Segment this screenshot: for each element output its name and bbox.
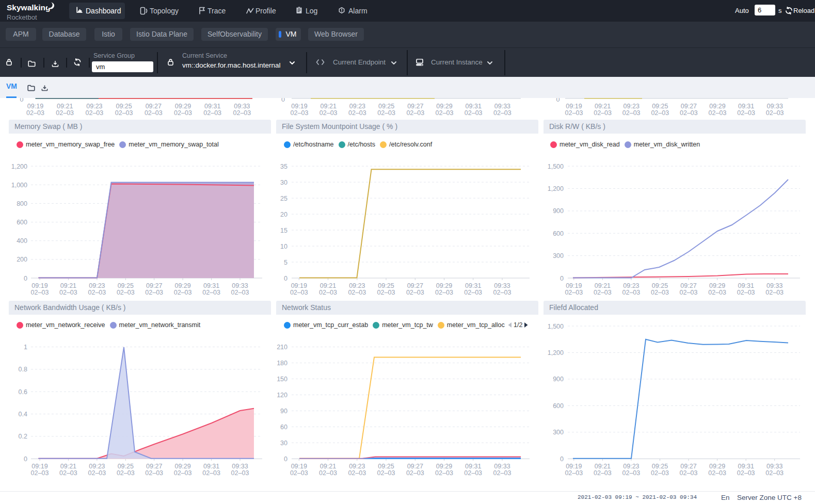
svg-text:02–03: 02–03 (708, 469, 726, 477)
svg-text:210: 210 (277, 344, 287, 351)
svg-text:09:31: 09:31 (466, 103, 482, 110)
svg-text:09:31: 09:31 (465, 282, 481, 289)
svg-text:09:33: 09:33 (494, 103, 510, 110)
svg-text:09:29: 09:29 (436, 282, 452, 289)
svg-text:09:27: 09:27 (407, 282, 423, 289)
svg-text:30: 30 (280, 440, 287, 447)
svg-text:600: 600 (17, 219, 27, 226)
svg-text:02–03: 02–03 (465, 109, 483, 117)
svg-text:09:25: 09:25 (118, 463, 134, 470)
svg-text:02–03: 02–03 (464, 469, 482, 477)
svg-text:02–03: 02–03 (435, 469, 453, 477)
svg-text:0: 0 (560, 456, 564, 463)
svg-text:02–03: 02–03 (202, 289, 220, 296)
svg-text:0: 0 (560, 275, 564, 282)
svg-text:09:23: 09:23 (89, 282, 105, 289)
svg-text:09:31: 09:31 (738, 282, 754, 289)
svg-text:02–03: 02–03 (680, 469, 698, 477)
svg-text:02–03: 02–03 (651, 469, 669, 477)
svg-text:02–03: 02–03 (406, 469, 424, 477)
svg-text:02–03: 02–03 (290, 469, 308, 477)
svg-text:09:19: 09:19 (566, 463, 582, 470)
svg-text:02–03: 02–03 (436, 109, 454, 117)
svg-text:02–03: 02–03 (737, 289, 755, 296)
svg-text:02–03: 02–03 (594, 109, 612, 117)
svg-text:09:27: 09:27 (680, 282, 696, 289)
svg-text:09:31: 09:31 (204, 103, 220, 110)
svg-text:09:27: 09:27 (407, 103, 423, 110)
svg-text:180: 180 (277, 360, 287, 367)
svg-text:09:19: 09:19 (566, 103, 582, 110)
svg-text:02–03: 02–03 (651, 289, 669, 296)
svg-text:09:19: 09:19 (291, 463, 307, 470)
svg-text:09:29: 09:29 (174, 463, 190, 470)
svg-text:09:21: 09:21 (57, 103, 73, 110)
svg-text:09:25: 09:25 (652, 103, 668, 110)
svg-text:0: 0 (284, 456, 287, 463)
svg-text:09:31: 09:31 (738, 463, 754, 470)
svg-text:02–03: 02–03 (291, 109, 309, 117)
svg-text:02–03: 02–03 (493, 289, 512, 296)
svg-text:02–03: 02–03 (231, 289, 249, 296)
svg-text:09:33: 09:33 (494, 282, 510, 289)
svg-text:09:23: 09:23 (86, 103, 102, 110)
svg-text:02–03: 02–03 (622, 289, 641, 296)
svg-text:200: 200 (17, 256, 27, 263)
svg-text:09:33: 09:33 (234, 103, 250, 110)
svg-text:02–03: 02–03 (31, 469, 49, 477)
svg-text:09:25: 09:25 (116, 103, 132, 110)
svg-text:02–03: 02–03 (406, 289, 424, 296)
svg-text:09:27: 09:27 (681, 103, 697, 110)
svg-text:02–03: 02–03 (493, 109, 512, 117)
svg-text:02–03: 02–03 (174, 469, 192, 477)
svg-text:02–03: 02–03 (117, 289, 135, 296)
svg-text:09:23: 09:23 (623, 282, 639, 289)
svg-text:02–03: 02–03 (203, 109, 221, 117)
svg-text:02–03: 02–03 (26, 109, 44, 117)
svg-text:09:31: 09:31 (465, 463, 481, 470)
svg-text:09:19: 09:19 (566, 282, 582, 289)
svg-text:02–03: 02–03 (709, 109, 727, 117)
svg-text:09:21: 09:21 (320, 463, 336, 470)
svg-text:02–03: 02–03 (174, 289, 192, 296)
svg-text:09:33: 09:33 (494, 463, 510, 470)
svg-text:02–03: 02–03 (31, 289, 49, 296)
svg-text:09:27: 09:27 (680, 463, 696, 470)
svg-text:0: 0 (284, 275, 287, 282)
svg-text:0.8: 0.8 (19, 366, 27, 373)
svg-text:02–03: 02–03 (622, 469, 641, 477)
svg-text:09:25: 09:25 (378, 463, 394, 470)
svg-text:02–03: 02–03 (737, 109, 755, 117)
svg-text:5: 5 (284, 259, 287, 266)
svg-text:1: 1 (24, 344, 27, 351)
svg-text:10: 10 (280, 243, 287, 250)
svg-text:09:21: 09:21 (595, 282, 611, 289)
svg-text:90: 90 (280, 408, 287, 415)
svg-text:02–03: 02–03 (145, 109, 163, 117)
svg-text:09:31: 09:31 (203, 282, 219, 289)
svg-text:300: 300 (553, 252, 564, 259)
svg-text:02–03: 02–03 (56, 109, 74, 117)
svg-text:60: 60 (280, 424, 287, 431)
svg-text:02–03: 02–03 (377, 289, 395, 296)
svg-text:09:25: 09:25 (378, 103, 394, 110)
svg-text:0: 0 (24, 275, 27, 282)
svg-text:02–03: 02–03 (737, 469, 755, 477)
svg-text:09:27: 09:27 (146, 463, 162, 470)
svg-text:09:33: 09:33 (232, 463, 248, 470)
svg-text:09:19: 09:19 (27, 103, 43, 110)
svg-text:09:23: 09:23 (623, 463, 639, 470)
svg-text:02–03: 02–03 (565, 469, 583, 477)
svg-text:09:19: 09:19 (31, 282, 47, 289)
svg-text:02–03: 02–03 (622, 109, 641, 117)
svg-text:09:27: 09:27 (146, 282, 162, 289)
svg-text:09:21: 09:21 (60, 463, 76, 470)
svg-text:02–03: 02–03 (680, 109, 698, 117)
svg-text:09:31: 09:31 (203, 463, 219, 470)
svg-text:09:19: 09:19 (291, 282, 307, 289)
svg-text:800: 800 (17, 200, 27, 207)
svg-text:09:23: 09:23 (624, 103, 640, 110)
svg-text:1,500: 1,500 (548, 163, 564, 170)
svg-text:1,200: 1,200 (11, 163, 27, 170)
svg-text:1,000: 1,000 (11, 182, 27, 189)
